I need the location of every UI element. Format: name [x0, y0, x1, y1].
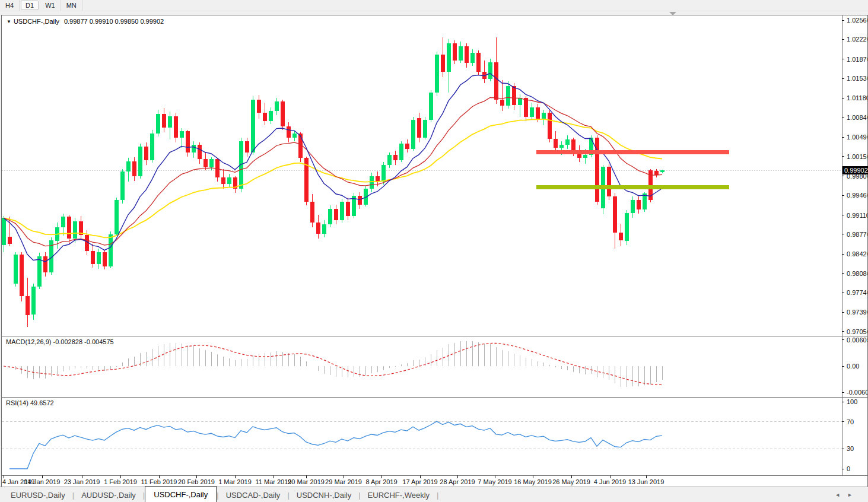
- svg-text:1 Feb 2019: 1 Feb 2019: [104, 478, 137, 485]
- timeframe-button-d1[interactable]: D1: [21, 1, 39, 10]
- svg-text:11 Mar 2019: 11 Mar 2019: [256, 478, 292, 485]
- tabbar-tabs: EURUSD-,Daily|AUDUSD-,Daily|USDCHF-,Dail…: [0, 487, 439, 502]
- svg-text:1.00490: 1.00490: [847, 134, 867, 141]
- svg-text:17 Apr 2019: 17 Apr 2019: [402, 478, 437, 485]
- chart-symbol-name: USDCHF-,Daily: [14, 18, 59, 25]
- svg-text:100: 100: [847, 398, 857, 405]
- dropdown-triangle-icon[interactable]: ▼: [7, 19, 11, 24]
- svg-text:70: 70: [847, 418, 854, 425]
- tab-audusd[interactable]: AUDUSD-,Daily: [74, 487, 143, 502]
- svg-text:0.98080: 0.98080: [847, 270, 867, 277]
- svg-text:0.00: 0.00: [847, 363, 859, 370]
- chart-window: 1.025601.022201.018701.015301.011801.008…: [1, 15, 868, 487]
- svg-text:1.01530: 1.01530: [847, 75, 867, 82]
- svg-text:23 Jan 2019: 23 Jan 2019: [64, 478, 100, 485]
- svg-text:0.99460: 0.99460: [847, 192, 867, 199]
- svg-text:0.98420: 0.98420: [847, 250, 867, 258]
- svg-text:0.99110: 0.99110: [847, 212, 867, 219]
- svg-text:4 Jun 2019: 4 Jun 2019: [594, 478, 626, 485]
- svg-text:1.00150: 1.00150: [847, 153, 867, 160]
- rsi-label: RSI(14) 49.6572: [6, 399, 54, 406]
- svg-text:20 Feb 2019: 20 Feb 2019: [178, 478, 215, 485]
- svg-text:0.98770: 0.98770: [847, 231, 867, 238]
- svg-text:16 May 2019: 16 May 2019: [514, 478, 552, 485]
- svg-text:0.97740: 0.97740: [847, 289, 867, 296]
- svg-text:0: 0: [847, 465, 850, 472]
- svg-text:0.97050: 0.97050: [847, 328, 867, 335]
- tab-usdcad[interactable]: USDCAD-,Daily: [219, 487, 288, 502]
- tab-eurchf[interactable]: EURCHF-,Weekly: [361, 487, 437, 502]
- svg-text:1.01870: 1.01870: [847, 56, 867, 63]
- svg-text:1.02220: 1.02220: [847, 36, 867, 43]
- svg-text:13 Jun 2019: 13 Jun 2019: [628, 478, 664, 485]
- macd-label: MACD(12,26,9) -0.002828 -0.004575: [6, 338, 114, 345]
- tabbar-scroll-right-icon[interactable]: ►: [847, 492, 853, 498]
- timeframe-button-w1[interactable]: W1: [40, 0, 61, 11]
- svg-text:30: 30: [847, 445, 854, 452]
- svg-text:11 Feb 2019: 11 Feb 2019: [141, 478, 177, 485]
- tab-eurusd[interactable]: EURUSD-,Daily: [4, 487, 72, 502]
- tabbar-scroll-left-icon[interactable]: ◄: [835, 492, 840, 498]
- svg-text:7 May 2019: 7 May 2019: [478, 478, 511, 485]
- svg-text:1.00840: 1.00840: [847, 114, 867, 121]
- svg-text:-0.006096: -0.006096: [847, 389, 867, 396]
- current-price-box: 0.99902: [842, 166, 868, 174]
- svg-text:0.006058: 0.006058: [847, 336, 867, 344]
- svg-text:14 Jan 2019: 14 Jan 2019: [24, 478, 61, 485]
- chart-ohlc-values: 0.99877 0.99910 0.99850 0.99902: [64, 18, 164, 25]
- svg-text:20 Mar 2019: 20 Mar 2019: [288, 478, 325, 485]
- timeframe-button-mn[interactable]: MN: [61, 0, 82, 11]
- trading-terminal: H4D1W1MN 1.025601.022201.018701.015301.0…: [0, 0, 868, 502]
- svg-text:1.02560: 1.02560: [847, 17, 867, 24]
- svg-text:29 Mar 2019: 29 Mar 2019: [325, 478, 362, 485]
- chart-tabbar: EURUSD-,Daily|AUDUSD-,Daily|USDCHF-,Dail…: [0, 487, 868, 502]
- chart-canvas[interactable]: 1.025601.022201.018701.015301.011801.008…: [2, 15, 867, 487]
- svg-text:26 May 2019: 26 May 2019: [552, 478, 590, 485]
- tab-usdchf[interactable]: USDCHF-,Daily: [145, 486, 217, 502]
- timeframe-button-h4[interactable]: H4: [0, 0, 20, 11]
- timeframe-toolbar: H4D1W1MN: [0, 0, 868, 11]
- svg-text:1.01180: 1.01180: [847, 94, 867, 101]
- chart-title: ▼USDCHF-,Daily0.99877 0.99910 0.99850 0.…: [7, 18, 164, 25]
- tab-usdcnh[interactable]: USDCNH-,Daily: [290, 487, 358, 502]
- tabbar-arrows: ◄ ►: [835, 487, 853, 502]
- svg-text:1 Mar 2019: 1 Mar 2019: [218, 478, 252, 485]
- svg-text:8 Apr 2019: 8 Apr 2019: [365, 478, 397, 485]
- svg-text:28 Apr 2019: 28 Apr 2019: [440, 478, 475, 485]
- svg-text:0.97390: 0.97390: [847, 309, 867, 316]
- tab-separator: |: [437, 491, 438, 500]
